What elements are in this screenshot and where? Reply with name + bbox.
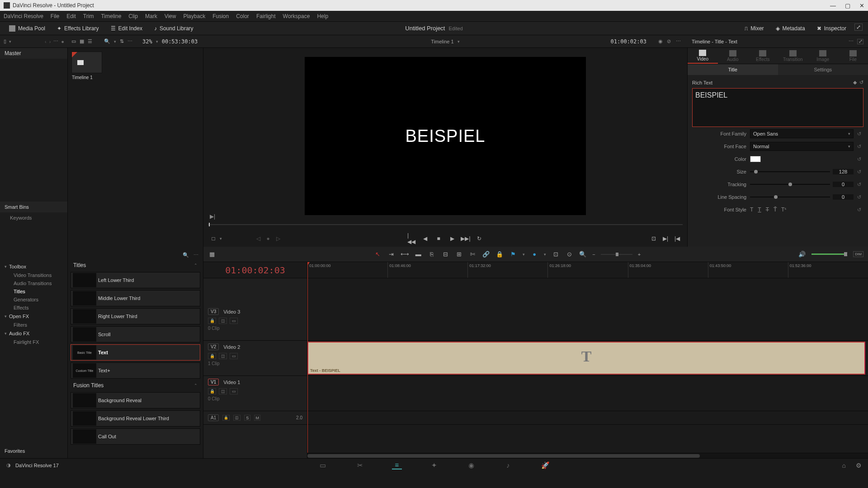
timeline-scrollbar[interactable] [307, 453, 868, 458]
page-deliver[interactable]: 🚀 [540, 461, 550, 469]
menu-fairlight[interactable]: Fairlight [256, 13, 276, 19]
blade-tool[interactable]: ▬ [414, 251, 422, 258]
sync-icon[interactable]: ◉ [658, 38, 663, 44]
chevron-down-icon[interactable]: ▾ [544, 252, 546, 257]
mute-button[interactable]: M [254, 415, 260, 421]
bin-view-icon[interactable]: ▯ [4, 38, 6, 44]
chevron-down-icon[interactable]: ▾ [458, 39, 460, 44]
tracking-slider[interactable] [750, 184, 830, 185]
edit-index-toggle[interactable]: ☰Edit Index [107, 23, 146, 33]
line-spacing-slider[interactable] [750, 197, 830, 197]
eb-filters[interactable]: Filters [5, 321, 63, 329]
menu-view[interactable]: View [165, 13, 176, 19]
transform-icon[interactable]: □ [210, 235, 217, 242]
prev-frame-button[interactable]: ◀ [421, 235, 429, 242]
reset-icon[interactable]: ↺ [857, 156, 863, 162]
view-strip-icon[interactable]: ▭ [71, 38, 76, 44]
viewer-canvas[interactable]: BEISPIEL ▶| [203, 48, 687, 224]
go-out-icon[interactable]: |◀ [674, 235, 681, 242]
home-button[interactable]: ⌂ [842, 462, 846, 469]
eb-audio-transitions[interactable]: Audio Transitions [5, 279, 63, 287]
font-face-select[interactable]: Normal▾ [750, 142, 854, 151]
chevron-down-icon[interactable]: ▾ [220, 236, 222, 241]
next-mark-icon[interactable]: ▷ [274, 235, 282, 242]
lock-icon[interactable]: 🔒 [208, 353, 216, 359]
subtab-title[interactable]: Title [688, 64, 778, 75]
audiofx-group[interactable]: ▾Audio FX [5, 329, 63, 338]
options-icon[interactable]: ⋯ [127, 38, 132, 44]
subtab-settings[interactable]: Settings [778, 64, 868, 75]
size-slider[interactable] [750, 171, 830, 172]
sort-icon[interactable]: ⇅ [120, 38, 124, 44]
visible-icon[interactable]: ▭ [230, 353, 238, 359]
track-id-v1[interactable]: V1 [208, 379, 219, 385]
tracks-area[interactable]: 01:00:00:00 01:08:46:00 01:17:32:00 01:2… [307, 262, 868, 458]
track-a1-lane[interactable] [307, 411, 868, 425]
reset-icon[interactable]: ↺ [857, 144, 863, 150]
reset-icon[interactable]: ↺ [859, 80, 863, 85]
zoom-in-button[interactable]: + [638, 252, 641, 257]
sound-library-toggle[interactable]: ♪Sound Library [151, 23, 197, 33]
page-color[interactable]: ◉ [466, 461, 476, 469]
go-in-icon[interactable]: ▶| [662, 235, 669, 242]
nav-prev[interactable]: ‹ [45, 39, 47, 44]
search-icon[interactable]: 🔍 [104, 38, 110, 44]
collapse-icon[interactable]: ⌃ [194, 383, 198, 388]
reset-icon[interactable]: ↺ [857, 169, 863, 175]
track-header-v3[interactable]: V3Video 3 🔒◫▭ 0 Clip [203, 305, 307, 341]
solo-button[interactable]: S [244, 415, 250, 421]
eb-titles[interactable]: Titles [5, 287, 63, 296]
reset-icon[interactable]: ↺ [857, 207, 863, 213]
zoom-fit-icon[interactable]: ⊙ [565, 251, 573, 258]
inspector-tab-audio[interactable]: Audio [718, 48, 748, 64]
dynamic-trim-tool[interactable]: ⟷ [401, 251, 409, 258]
auto-select-icon[interactable]: ◫ [219, 353, 227, 359]
reset-icon[interactable]: ↺ [857, 194, 863, 200]
fusion-title-background-reveal-lower-third[interactable]: Background Reveal Lower Third [71, 410, 200, 427]
track-v1-lane[interactable] [307, 376, 868, 411]
dim-button[interactable]: DIM [853, 251, 863, 257]
lock-icon[interactable]: 🔒 [208, 388, 216, 394]
normal-style-button[interactable]: T [750, 206, 753, 213]
inspector-tab-file[interactable]: File [838, 48, 868, 64]
mixer-toggle[interactable]: ⎍Mixer [741, 23, 767, 33]
prev-mark-icon[interactable]: ◁ [255, 235, 262, 242]
overline-style-button[interactable]: T̄ [774, 206, 777, 213]
zoom-level[interactable]: 32% [142, 38, 152, 45]
visible-icon[interactable]: ▭ [230, 388, 238, 394]
mute-icon[interactable]: 🔊 [798, 251, 806, 258]
text-clip[interactable]: T Text - BEISPIEL [307, 342, 865, 375]
fusion-title-background-reveal[interactable]: Background Reveal [71, 392, 200, 408]
track-id-v3[interactable]: V3 [208, 308, 219, 315]
menu-clip[interactable]: Clip [128, 13, 138, 19]
timeline-timecode[interactable]: 01:00:02:03 [203, 262, 307, 278]
menu-edit[interactable]: Edit [66, 13, 76, 19]
inspector-tab-video[interactable]: Video [688, 48, 718, 64]
close-button[interactable]: ✕ [859, 2, 864, 9]
zoom-out-button[interactable]: − [592, 252, 595, 257]
skip-forward-icon[interactable]: ▶| [210, 213, 215, 220]
view-grid-icon[interactable]: ▦ [80, 38, 84, 44]
fusion-title-call-out[interactable]: Call Out [71, 428, 200, 445]
menu-help[interactable]: Help [317, 13, 328, 19]
eb-video-transitions[interactable]: Video Transitions [5, 271, 63, 279]
line-spacing-value[interactable]: 0 [833, 194, 854, 200]
font-family-select[interactable]: Open Sans▾ [750, 129, 854, 138]
metadata-toggle[interactable]: ◈Metadata [772, 23, 809, 33]
loop-button[interactable]: ↻ [476, 235, 483, 242]
track-v3-lane[interactable] [307, 305, 868, 341]
chevron-down-icon[interactable]: ▾ [523, 252, 525, 257]
search-icon[interactable]: 🔍 [183, 252, 189, 258]
viewer-options-icon[interactable]: ⋯ [676, 38, 681, 44]
strike-style-button[interactable]: T [766, 206, 769, 213]
collapse-icon[interactable]: ⌃ [194, 263, 198, 267]
reset-icon[interactable]: ↺ [857, 131, 863, 137]
inspector-tab-effects[interactable]: Effects [748, 48, 778, 64]
rich-text-input[interactable]: BEISPIEL [692, 88, 863, 127]
menu-color[interactable]: Color [236, 13, 249, 19]
openfx-group[interactable]: ▾Open FX [5, 312, 63, 321]
view-list-icon[interactable]: ☰ [88, 38, 92, 44]
auto-select-icon[interactable]: ◫ [233, 415, 241, 421]
maximize-button[interactable]: ▢ [845, 2, 850, 9]
lock-icon[interactable]: 🔒 [208, 318, 216, 324]
